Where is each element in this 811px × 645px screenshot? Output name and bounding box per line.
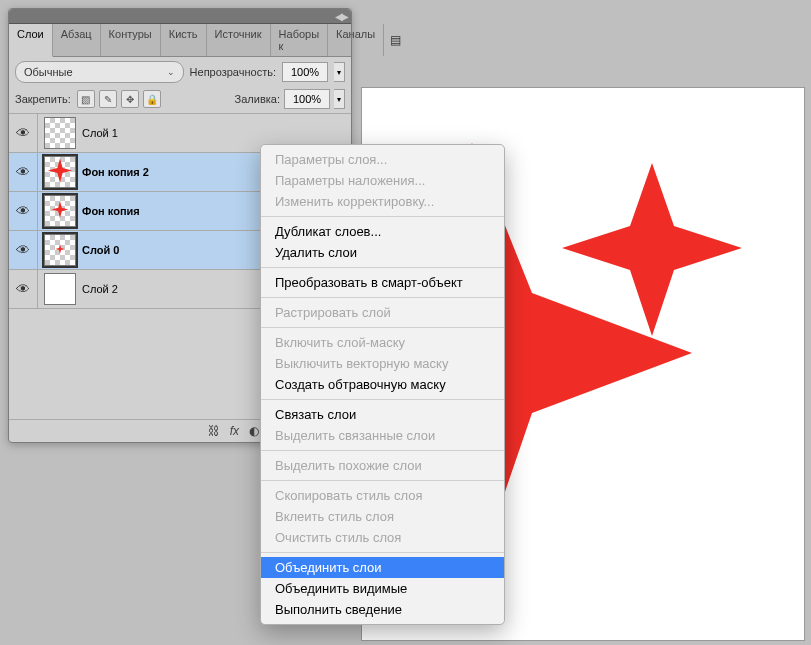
menu-separator bbox=[261, 327, 504, 328]
menu-item: Изменить корректировку... bbox=[261, 191, 504, 212]
svg-marker-2 bbox=[55, 244, 64, 253]
dropdown-icon: ⌄ bbox=[167, 67, 175, 77]
fill-stepper-icon[interactable]: ▾ bbox=[334, 89, 345, 109]
layer-thumbnail[interactable] bbox=[44, 156, 76, 188]
tab-2[interactable]: Контуры bbox=[101, 24, 161, 56]
menu-separator bbox=[261, 399, 504, 400]
lock-position-icon[interactable]: ✥ bbox=[121, 90, 139, 108]
tab-6[interactable]: Каналы bbox=[328, 24, 384, 56]
opacity-label: Непрозрачность: bbox=[190, 66, 276, 78]
menu-item: Растрировать слой bbox=[261, 302, 504, 323]
menu-item: Параметры слоя... bbox=[261, 149, 504, 170]
visibility-toggle[interactable]: 👁 bbox=[9, 270, 38, 308]
eye-icon: 👁 bbox=[16, 164, 30, 180]
menu-item: Выключить векторную маску bbox=[261, 353, 504, 374]
layer-name[interactable]: Слой 2 bbox=[82, 283, 118, 295]
panel-drag-bar[interactable]: ◀▶ bbox=[9, 9, 351, 24]
lock-row: Закрепить: ▧ ✎ ✥ 🔒 Заливка: 100% ▾ bbox=[9, 87, 351, 114]
panel-tabs: СлоиАбзацКонтурыКистьИсточникНаборы кКан… bbox=[9, 24, 351, 57]
layer-thumbnail[interactable] bbox=[44, 117, 76, 149]
menu-separator bbox=[261, 267, 504, 268]
menu-separator bbox=[261, 297, 504, 298]
tab-1[interactable]: Абзац bbox=[53, 24, 101, 56]
layer-thumbnail[interactable] bbox=[44, 234, 76, 266]
layer-name[interactable]: Фон копия bbox=[82, 205, 140, 217]
opacity-value[interactable]: 100% bbox=[282, 62, 328, 82]
visibility-toggle[interactable]: 👁 bbox=[9, 153, 38, 191]
visibility-toggle[interactable]: 👁 bbox=[9, 114, 38, 152]
layer-name[interactable]: Слой 1 bbox=[82, 127, 118, 139]
lock-transparency-icon[interactable]: ▧ bbox=[77, 90, 95, 108]
fx-icon[interactable]: fx bbox=[230, 424, 239, 438]
fill-value[interactable]: 100% bbox=[284, 89, 330, 109]
menu-item[interactable]: Создать обтравочную маску bbox=[261, 374, 504, 395]
lock-icons: ▧ ✎ ✥ 🔒 bbox=[77, 90, 161, 108]
fill-label: Заливка: bbox=[235, 93, 280, 105]
svg-marker-4 bbox=[562, 163, 742, 336]
eye-icon: 👁 bbox=[16, 242, 30, 258]
opacity-stepper-icon[interactable]: ▾ bbox=[334, 62, 345, 82]
menu-separator bbox=[261, 450, 504, 451]
lock-all-icon[interactable]: 🔒 bbox=[143, 90, 161, 108]
layer-context-menu: Параметры слоя...Параметры наложения...И… bbox=[260, 144, 505, 625]
eye-icon: 👁 bbox=[16, 125, 30, 141]
blend-mode-select[interactable]: Обычные ⌄ bbox=[15, 61, 184, 83]
svg-marker-0 bbox=[48, 158, 72, 182]
tab-3[interactable]: Кисть bbox=[161, 24, 207, 56]
menu-item[interactable]: Удалить слои bbox=[261, 242, 504, 263]
menu-item[interactable]: Выполнить сведение bbox=[261, 599, 504, 620]
lock-pixels-icon[interactable]: ✎ bbox=[99, 90, 117, 108]
eye-icon: 👁 bbox=[16, 281, 30, 297]
menu-item: Очистить стиль слоя bbox=[261, 527, 504, 548]
layer-name[interactable]: Фон копия 2 bbox=[82, 166, 149, 178]
layer-name[interactable]: Слой 0 bbox=[82, 244, 119, 256]
menu-separator bbox=[261, 216, 504, 217]
panel-menu-icon[interactable]: ▤ bbox=[384, 24, 407, 56]
menu-item: Вклеить стиль слоя bbox=[261, 506, 504, 527]
menu-separator bbox=[261, 480, 504, 481]
svg-marker-1 bbox=[52, 201, 69, 218]
tab-4[interactable]: Источник bbox=[207, 24, 271, 56]
visibility-toggle[interactable]: 👁 bbox=[9, 192, 38, 230]
tab-5[interactable]: Наборы к bbox=[271, 24, 329, 56]
link-layers-icon[interactable]: ⛓ bbox=[208, 424, 220, 438]
lock-label: Закрепить: bbox=[15, 93, 71, 105]
menu-item: Включить слой-маску bbox=[261, 332, 504, 353]
menu-item[interactable]: Связать слои bbox=[261, 404, 504, 425]
blend-mode-value: Обычные bbox=[24, 66, 73, 78]
menu-item: Выделить похожие слои bbox=[261, 455, 504, 476]
visibility-toggle[interactable]: 👁 bbox=[9, 231, 38, 269]
menu-separator bbox=[261, 552, 504, 553]
tab-0[interactable]: Слои bbox=[9, 24, 53, 57]
menu-item: Выделить связанные слои bbox=[261, 425, 504, 446]
menu-item[interactable]: Дубликат слоев... bbox=[261, 221, 504, 242]
blend-opacity-row: Обычные ⌄ Непрозрачность: 100% ▾ bbox=[9, 57, 351, 87]
menu-item: Параметры наложения... bbox=[261, 170, 504, 191]
menu-item: Скопировать стиль слоя bbox=[261, 485, 504, 506]
eye-icon: 👁 bbox=[16, 203, 30, 219]
menu-item[interactable]: Объединить видимые bbox=[261, 578, 504, 599]
layer-mask-icon[interactable]: ◐ bbox=[249, 424, 259, 438]
collapse-icon[interactable]: ◀▶ bbox=[335, 11, 347, 22]
layer-thumbnail[interactable] bbox=[44, 273, 76, 305]
menu-item[interactable]: Преобразовать в смарт-объект bbox=[261, 272, 504, 293]
layer-thumbnail[interactable] bbox=[44, 195, 76, 227]
menu-item[interactable]: Объединить слои bbox=[261, 557, 504, 578]
